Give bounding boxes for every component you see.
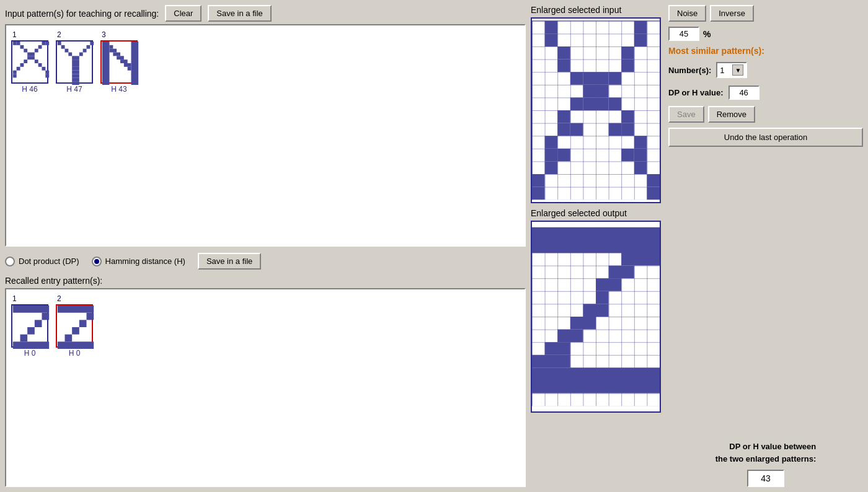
output-canvas-z1[interactable] bbox=[11, 304, 48, 348]
svg-rect-53 bbox=[58, 305, 94, 313]
input-pattern-2[interactable]: 2 bbox=[56, 30, 93, 94]
svg-rect-33 bbox=[72, 67, 79, 71]
output-label-2: H 0 bbox=[69, 349, 81, 358]
svg-rect-4 bbox=[20, 45, 24, 49]
output-pattern-2[interactable]: 2 H 0 bbox=[56, 294, 93, 358]
pattern-number-3: 3 bbox=[102, 30, 106, 39]
pattern-label-1: H 46 bbox=[22, 85, 37, 94]
numbers-label: Number(s): bbox=[668, 66, 711, 75]
pattern-number-2: 2 bbox=[57, 30, 61, 39]
percent-value[interactable]: 45 bbox=[668, 27, 699, 41]
pattern-number-1: 1 bbox=[12, 30, 17, 39]
svg-rect-45 bbox=[124, 63, 131, 67]
svg-rect-57 bbox=[65, 335, 73, 342]
svg-rect-9 bbox=[31, 53, 35, 56]
svg-rect-50 bbox=[27, 327, 35, 335]
svg-rect-22 bbox=[58, 42, 61, 45]
svg-rect-6 bbox=[24, 49, 27, 53]
output-pattern-1[interactable]: 1 H 0 bbox=[11, 294, 48, 358]
pattern-canvas-n[interactable] bbox=[100, 40, 138, 84]
noise-button[interactable]: Noise bbox=[668, 5, 706, 22]
most-similar-section: Most similar pattern(s): bbox=[668, 46, 863, 56]
svg-rect-8 bbox=[27, 53, 31, 56]
svg-rect-43 bbox=[117, 56, 124, 59]
dp-h-row: DP or H value: 46 bbox=[668, 86, 863, 100]
pattern-label-3: H 43 bbox=[111, 85, 126, 94]
svg-rect-32 bbox=[72, 63, 79, 67]
svg-rect-12 bbox=[24, 59, 27, 63]
input-title: Input pattern(s) for teaching or recalli… bbox=[5, 9, 159, 19]
input-pattern-3[interactable]: 3 H 43 bbox=[100, 30, 138, 94]
numbers-value: 1 bbox=[720, 66, 724, 75]
pattern-canvas-y[interactable] bbox=[56, 40, 93, 84]
pattern-canvas-x[interactable] bbox=[11, 40, 48, 84]
svg-rect-21 bbox=[45, 74, 49, 78]
save-file-bottom-button[interactable]: Save in a file bbox=[198, 253, 261, 270]
clear-button[interactable]: Clear bbox=[165, 5, 202, 22]
svg-rect-23 bbox=[90, 42, 94, 45]
save-button[interactable]: Save bbox=[668, 106, 704, 123]
output-label-1: H 0 bbox=[24, 349, 36, 358]
input-pattern-area: 1 bbox=[5, 24, 526, 247]
hamming-radio[interactable]: Hamming distance (H) bbox=[92, 257, 185, 266]
input-pattern-1[interactable]: 1 bbox=[11, 30, 48, 94]
dp-between-value: 43 bbox=[747, 470, 784, 487]
dot-product-radio[interactable]: Dot product (DP) bbox=[5, 257, 79, 266]
svg-rect-55 bbox=[79, 320, 87, 327]
svg-rect-44 bbox=[120, 59, 128, 63]
svg-rect-40 bbox=[110, 45, 113, 49]
recalled-title: Recalled entry pattern(s): bbox=[5, 276, 102, 286]
output-canvas-z2[interactable] bbox=[56, 304, 93, 348]
svg-rect-48 bbox=[42, 313, 50, 320]
svg-rect-16 bbox=[17, 67, 20, 71]
svg-rect-52 bbox=[13, 341, 49, 349]
svg-rect-31 bbox=[72, 59, 79, 63]
svg-rect-26 bbox=[65, 49, 69, 53]
pattern-label-2: H 47 bbox=[66, 85, 82, 94]
hamming-circle[interactable] bbox=[92, 257, 102, 266]
svg-rect-0 bbox=[13, 42, 17, 45]
svg-rect-11 bbox=[31, 56, 35, 59]
numbers-dropdown[interactable]: 1 ▼ bbox=[716, 62, 747, 78]
spacer bbox=[668, 152, 863, 431]
dot-product-circle[interactable] bbox=[5, 257, 15, 266]
svg-rect-13 bbox=[35, 59, 38, 63]
output-number-1: 1 bbox=[12, 294, 17, 303]
svg-rect-25 bbox=[87, 45, 91, 49]
dot-product-label: Dot product (DP) bbox=[19, 257, 79, 266]
svg-rect-17 bbox=[42, 67, 46, 71]
enlarged-input-panel: Enlarged selected input bbox=[531, 5, 661, 487]
svg-rect-41 bbox=[110, 49, 117, 53]
dp-h-value: 46 bbox=[728, 86, 760, 100]
undo-button[interactable]: Undo the last operation bbox=[668, 128, 863, 147]
enlarged-output-section: Enlarged selected output bbox=[531, 208, 661, 413]
svg-rect-24 bbox=[61, 45, 65, 49]
radio-group: Dot product (DP) Hamming distance (H) bbox=[5, 257, 185, 266]
svg-rect-54 bbox=[87, 313, 94, 320]
svg-rect-58 bbox=[58, 341, 94, 349]
inverse-button[interactable]: Inverse bbox=[710, 5, 754, 22]
svg-rect-96 bbox=[532, 21, 660, 200]
svg-rect-3 bbox=[45, 42, 49, 45]
dropdown-arrow-icon[interactable]: ▼ bbox=[732, 64, 743, 76]
percent-row: 45 % bbox=[668, 27, 863, 41]
most-similar-label: Most similar pattern(s): bbox=[668, 46, 764, 56]
enlarged-input-grid[interactable] bbox=[531, 17, 661, 203]
enlarged-input-title: Enlarged selected input bbox=[531, 5, 661, 15]
svg-rect-29 bbox=[79, 53, 83, 56]
svg-rect-5 bbox=[38, 45, 42, 49]
svg-rect-34 bbox=[72, 71, 79, 74]
noise-inverse-row: Noise Inverse bbox=[668, 5, 863, 22]
svg-rect-28 bbox=[68, 53, 72, 56]
svg-rect-7 bbox=[35, 49, 38, 53]
svg-rect-42 bbox=[113, 53, 120, 56]
remove-button[interactable]: Remove bbox=[708, 106, 755, 123]
svg-rect-2 bbox=[42, 42, 46, 45]
svg-rect-19 bbox=[45, 71, 49, 74]
svg-rect-1 bbox=[17, 42, 20, 45]
svg-rect-46 bbox=[128, 67, 131, 71]
numbers-row: Number(s): 1 ▼ bbox=[668, 62, 863, 78]
enlarged-output-grid[interactable] bbox=[531, 221, 661, 413]
save-file-top-button[interactable]: Save in a file bbox=[208, 5, 271, 22]
svg-rect-18 bbox=[13, 71, 17, 74]
